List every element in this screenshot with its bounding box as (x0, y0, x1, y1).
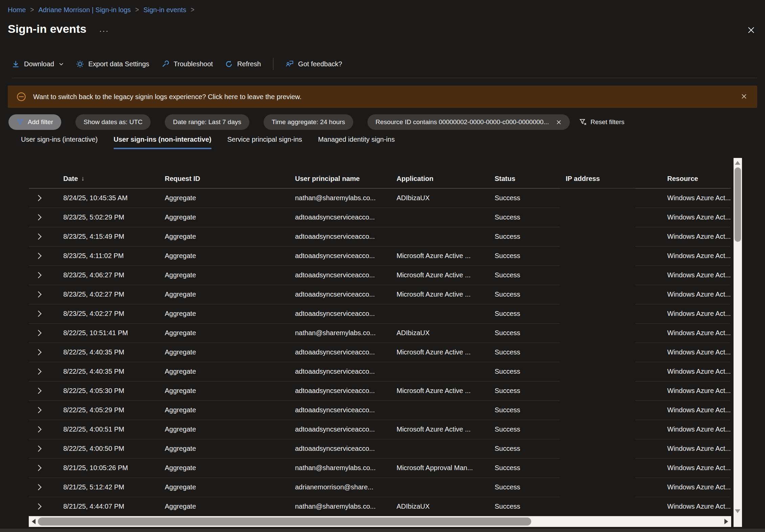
cell-user-principal-name: adtoaadsyncserviceacco... (289, 348, 391, 356)
table-header-row: Date ↓ Request ID User principal name Ap… (29, 169, 731, 188)
date-range-label: Date range: Last 7 days (173, 118, 241, 126)
scroll-right-arrow-icon[interactable] (724, 519, 728, 524)
close-page-button[interactable] (746, 25, 756, 35)
more-options-icon[interactable]: ... (99, 27, 109, 31)
row-expand-button[interactable] (29, 503, 58, 510)
row-expand-button[interactable] (29, 368, 58, 375)
add-filter-button[interactable]: Add filter (8, 114, 61, 130)
column-header-date[interactable]: Date ↓ (58, 175, 159, 183)
column-header-status[interactable]: Status (489, 175, 560, 183)
cell-status: Success (489, 348, 560, 356)
breadcrumb-home[interactable]: Home (8, 6, 26, 14)
cell-date: 8/22/25, 4:40:35 PM (58, 348, 159, 356)
cell-date: 8/22/25, 4:05:30 PM (58, 387, 159, 395)
table-row[interactable]: 8/23/25, 4:02:27 PM Aggregate adtoaadsyn… (29, 285, 731, 304)
horizontal-scrollbar[interactable] (29, 516, 731, 527)
table-row[interactable]: 8/22/25, 4:40:35 PM Aggregate adtoaadsyn… (29, 343, 731, 362)
row-expand-button[interactable] (29, 387, 58, 395)
tab-service-principal-signins[interactable]: Service principal sign-ins (227, 136, 302, 149)
table-row[interactable]: 8/22/25, 4:05:30 PM Aggregate adtoaadsyn… (29, 381, 731, 400)
cell-status: Success (489, 194, 560, 202)
cell-resource: Windows Azure Act... (661, 368, 731, 375)
reset-filters-button[interactable]: Reset filters (579, 118, 624, 126)
table-row[interactable]: 8/22/25, 4:00:50 PM Aggregate adtoaadsyn… (29, 439, 731, 458)
table-row[interactable]: 8/23/25, 4:02:27 PM Aggregate adtoaadsyn… (29, 304, 731, 323)
cell-status: Success (489, 252, 560, 260)
breadcrumb-signin-events[interactable]: Sign-in events (143, 6, 186, 14)
table-row[interactable]: 8/21/25, 10:05:26 PM Aggregate nathan@sh… (29, 458, 731, 478)
cell-date: 8/23/25, 4:02:27 PM (58, 310, 159, 318)
breadcrumb-signin-logs[interactable]: Adriane Morrison | Sign-in logs (38, 6, 131, 14)
date-range-pill[interactable]: Date range: Last 7 days (165, 114, 249, 130)
banner-text[interactable]: Want to switch back to the legacy signin… (33, 93, 301, 101)
row-expand-button[interactable] (29, 233, 58, 240)
cell-resource: Windows Azure Act... (661, 291, 731, 298)
row-expand-button[interactable] (29, 271, 58, 279)
table-row[interactable]: 8/21/25, 5:12:42 PM Aggregate adrianemor… (29, 478, 731, 497)
table-row[interactable]: 8/23/25, 4:15:49 PM Aggregate adtoaadsyn… (29, 227, 731, 246)
troubleshoot-button[interactable]: Troubleshoot (161, 60, 213, 68)
column-header-request-id[interactable]: Request ID (159, 175, 289, 183)
column-header-resource[interactable]: Resource (661, 175, 731, 183)
time-aggregate-pill[interactable]: Time aggregate: 24 hours (264, 114, 353, 130)
cell-user-principal-name: adtoaadsyncserviceacco... (289, 233, 391, 240)
table-row[interactable]: 8/21/25, 4:44:07 PM Aggregate nathan@sha… (29, 497, 731, 516)
row-expand-button[interactable] (29, 213, 58, 221)
table-row[interactable]: 8/23/25, 4:06:27 PM Aggregate adtoaadsyn… (29, 265, 731, 285)
cell-status: Success (489, 483, 560, 491)
row-expand-button[interactable] (29, 464, 58, 472)
refresh-button[interactable]: Refresh (225, 60, 261, 68)
row-expand-button[interactable] (29, 406, 58, 414)
scroll-left-arrow-icon[interactable] (32, 519, 36, 524)
show-dates-pill[interactable]: Show dates as: UTC (75, 114, 151, 130)
tab-managed-identity-signins[interactable]: Managed identity sign-ins (318, 136, 395, 149)
vertical-scrollbar[interactable] (734, 158, 742, 516)
row-expand-button[interactable] (29, 194, 58, 202)
banner-close-button[interactable] (740, 93, 748, 101)
row-expand-button[interactable] (29, 445, 58, 453)
page-header: Sign-in events ... (8, 20, 765, 37)
download-button[interactable]: Download (12, 60, 64, 68)
tab-user-signins-interactive[interactable]: User sign-ins (interactive) (21, 136, 98, 149)
row-expand-button[interactable] (29, 483, 58, 491)
cell-user-principal-name: nathan@sharemylabs.co... (289, 194, 391, 202)
scroll-down-arrow-icon[interactable] (735, 509, 740, 513)
remove-filter-icon[interactable] (556, 119, 562, 125)
table-row[interactable]: 8/22/25, 4:00:51 PM Aggregate adtoaadsyn… (29, 420, 731, 439)
row-expand-button[interactable] (29, 348, 58, 356)
table-row[interactable]: 8/22/25, 10:51:41 PM Aggregate nathan@sh… (29, 323, 731, 343)
cell-request-id: Aggregate (159, 213, 289, 221)
column-header-ip-address[interactable]: IP address (560, 175, 661, 183)
close-icon (746, 25, 756, 35)
breadcrumb-separator: > (135, 5, 139, 14)
cell-status: Success (489, 291, 560, 298)
chevron-right-icon (35, 368, 41, 374)
table-row[interactable]: 8/24/25, 10:45:35 AM Aggregate nathan@sh… (29, 188, 731, 208)
table-row[interactable]: 8/23/25, 5:02:29 PM Aggregate adtoaadsyn… (29, 208, 731, 227)
table-row[interactable]: 8/23/25, 4:11:02 PM Aggregate adtoaadsyn… (29, 246, 731, 265)
cell-status: Success (489, 310, 560, 318)
tab-user-signins-non-interactive[interactable]: User sign-ins (non-interactive) (114, 136, 211, 149)
vertical-scrollbar-thumb[interactable] (735, 167, 741, 242)
cell-request-id: Aggregate (159, 291, 289, 298)
export-data-settings-button[interactable]: Export data Settings (76, 60, 149, 68)
table-row[interactable]: 8/22/25, 4:40:35 PM Aggregate adtoaadsyn… (29, 362, 731, 381)
scroll-up-arrow-icon[interactable] (735, 161, 740, 165)
table-row[interactable]: 8/22/25, 4:05:29 PM Aggregate adtoaadsyn… (29, 400, 731, 420)
row-expand-button[interactable] (29, 291, 58, 298)
cell-request-id: Aggregate (159, 310, 289, 318)
horizontal-scrollbar-thumb[interactable] (38, 517, 531, 526)
chevron-right-icon (35, 272, 41, 278)
column-header-application[interactable]: Application (391, 175, 489, 183)
resource-id-pill[interactable]: Resource ID contains 00000002-0000-0000-… (367, 114, 570, 130)
row-expand-button[interactable] (29, 329, 58, 337)
sort-descending-icon: ↓ (81, 175, 85, 182)
row-expand-button[interactable] (29, 425, 58, 433)
row-expand-button[interactable] (29, 252, 58, 260)
cell-status: Success (489, 425, 560, 433)
row-expand-button[interactable] (29, 310, 58, 318)
feedback-button[interactable]: Got feedback? (286, 60, 342, 68)
column-header-user-principal-name[interactable]: User principal name (289, 175, 391, 183)
tab-bar: User sign-ins (interactive) User sign-in… (21, 136, 765, 149)
cell-status: Success (489, 445, 560, 453)
